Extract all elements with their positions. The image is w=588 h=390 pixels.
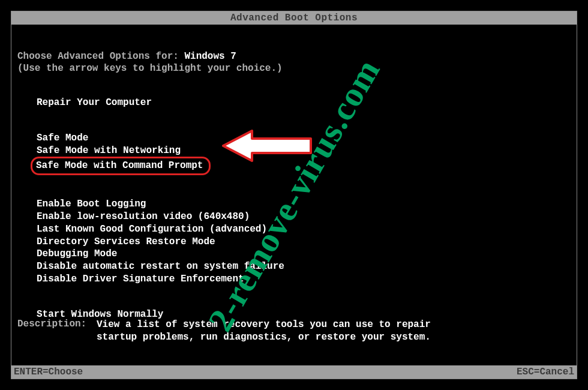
boot-option-label: Last Known Good Configuration (advanced)	[34, 223, 269, 236]
window-title: Advanced Boot Options	[11, 11, 577, 25]
boot-option[interactable]: Last Known Good Configuration (advanced)	[34, 223, 577, 236]
boot-option[interactable]: Enable Boot Logging	[34, 198, 577, 211]
footer-enter: ENTER=Choose	[14, 367, 83, 377]
boot-option[interactable]: Safe Mode with Command Prompt	[34, 157, 577, 175]
choose-line: Choose Advanced Options for: Windows 7	[17, 51, 577, 62]
boot-option-label: Debugging Mode	[34, 248, 119, 260]
hint-line: (Use the arrow keys to highlight your ch…	[17, 63, 577, 74]
boot-options-window: Advanced Boot Options Choose Advanced Op…	[11, 11, 577, 379]
footer-esc: ESC=Cancel	[517, 367, 574, 377]
boot-option[interactable]: Debugging Mode	[34, 248, 577, 260]
option-group: Repair Your Computer	[34, 97, 577, 109]
boot-option[interactable]: Repair Your Computer	[34, 97, 577, 109]
choose-prefix: Choose Advanced Options for:	[17, 51, 184, 62]
footer-bar: ENTER=Choose ESC=Cancel	[11, 365, 577, 379]
boot-option[interactable]: Safe Mode with Networking	[34, 145, 577, 157]
boot-option-label: Disable Driver Signature Enforcement	[34, 273, 247, 286]
description-block: Description: View a list of system recov…	[17, 319, 433, 344]
description-text: View a list of system recovery tools you…	[97, 319, 433, 344]
boot-option-label: Directory Services Restore Mode	[34, 236, 218, 248]
option-group: Safe ModeSafe Mode with NetworkingSafe M…	[34, 132, 577, 175]
description-label: Description:	[17, 319, 97, 344]
options-list: Repair Your ComputerSafe ModeSafe Mode w…	[17, 97, 577, 321]
content-area: Choose Advanced Options for: Windows 7 (…	[11, 25, 577, 365]
boot-option-label: Safe Mode	[34, 132, 91, 145]
boot-option-label: Safe Mode with Networking	[34, 145, 183, 157]
boot-option-label: Disable automatic restart on system fail…	[34, 260, 287, 273]
boot-option[interactable]: Disable Driver Signature Enforcement	[34, 273, 577, 286]
boot-option[interactable]: Safe Mode	[34, 132, 577, 145]
boot-option-label: Enable Boot Logging	[34, 198, 148, 211]
boot-option[interactable]: Disable automatic restart on system fail…	[34, 260, 577, 273]
boot-option-label: Safe Mode with Command Prompt	[31, 157, 211, 175]
option-group: Enable Boot LoggingEnable low-resolution…	[34, 198, 577, 286]
boot-option-label: Repair Your Computer	[34, 97, 154, 109]
boot-option-label: Enable low-resolution video (640x480)	[34, 211, 252, 223]
boot-option[interactable]: Enable low-resolution video (640x480)	[34, 211, 577, 223]
boot-option[interactable]: Directory Services Restore Mode	[34, 236, 577, 248]
os-name: Windows 7	[184, 51, 236, 62]
